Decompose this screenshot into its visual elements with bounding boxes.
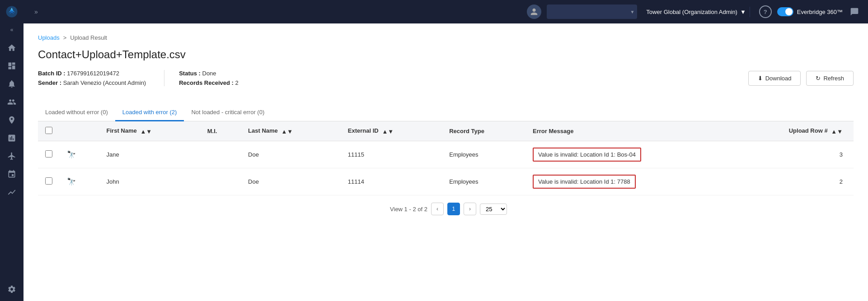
row2-icon-cell: 🔭 [60, 168, 99, 195]
row2-first-name: John [99, 168, 200, 195]
page-title: Contact+Upload+Template.csv [38, 48, 854, 61]
row1-external-id: 11115 [341, 141, 442, 168]
results-table: First Name ▲▼ M.I. Last Name ▲▼ External… [38, 121, 854, 195]
top-navbar: » ▼ Tower Global (Organization Admin) ▼ … [23, 0, 868, 23]
info-actions: ⬇ Download ↻ Refresh [748, 71, 854, 86]
sender-label: Sender : [38, 79, 61, 86]
row1-checkbox[interactable] [45, 150, 52, 157]
sidebar-item-settings[interactable] [4, 281, 20, 297]
sidebar-item-routes[interactable] [4, 148, 20, 164]
table-body: 🔭 Jane Doe 11115 Employees Value is inva… [38, 141, 854, 195]
col-header-checkbox [38, 121, 60, 141]
sender-value: Sarah Venezio (Account Admin) [63, 79, 146, 86]
sidebar-logo[interactable] [4, 4, 20, 20]
tab-critical-error[interactable]: Not loaded - critical error (0) [184, 104, 272, 121]
table-row: 🔭 Jane Doe 11115 Employees Value is inva… [38, 141, 854, 168]
info-left: Batch ID : 1767991612019472 Sender : Sar… [38, 70, 146, 86]
pagination-page-size-select[interactable]: 25 50 100 [480, 204, 507, 215]
tab-with-error[interactable]: Loaded with error (2) [115, 104, 184, 121]
col-header-error-message: Error Message [525, 121, 732, 141]
topnav-org-name: Tower Global (Organization Admin) [646, 9, 737, 15]
records-received-row: Records Received : 2 [179, 79, 239, 86]
batch-id-label: Batch ID : [38, 70, 66, 77]
breadcrumb-current: Upload Result [70, 34, 107, 41]
col-header-last-name[interactable]: Last Name ▲▼ [241, 121, 341, 141]
topnav-search-input[interactable] [547, 5, 637, 19]
row1-error-message: Value is invalid: Location Id 1: Bos-04 [533, 148, 641, 162]
row2-error-message: Value is invalid: Location Id 1: 7788 [533, 175, 636, 189]
table-row: 🔭 John Doe 11114 Employees Value is inva… [38, 168, 854, 195]
status-label: Status : [179, 70, 201, 77]
status-row: Status : Done [179, 70, 239, 77]
row1-record-type: Employees [442, 141, 525, 168]
row1-mi [200, 141, 241, 168]
pagination-page-1-button[interactable]: 1 [447, 203, 460, 215]
row1-last-name: Doe [241, 141, 341, 168]
row1-view-icon[interactable]: 🔭 [67, 151, 76, 158]
col-header-record-type: Record Type [442, 121, 525, 141]
row1-checkbox-cell [38, 141, 60, 168]
topnav-org-selector[interactable]: Tower Global (Organization Admin) ▼ [643, 7, 750, 17]
pagination-next-button[interactable]: › [464, 203, 476, 215]
upload-row-sort-icon: ▲▼ [831, 128, 843, 135]
row1-error-message-cell: Value is invalid: Location Id 1: Bos-04 [525, 141, 732, 168]
records-received-label: Records Received : [179, 79, 234, 86]
col-header-first-name[interactable]: First Name ▲▼ [99, 121, 200, 141]
sidebar-item-integrations[interactable] [4, 166, 20, 182]
breadcrumb: Uploads > Upload Result [38, 34, 854, 41]
tab-no-error[interactable]: Loaded without error (0) [38, 104, 115, 121]
row1-upload-row: 3 [732, 141, 854, 168]
sidebar-collapse-button[interactable]: « [4, 23, 20, 36]
sidebar-item-location[interactable] [4, 112, 20, 128]
topnav-search-chevron-icon: ▼ [630, 9, 634, 14]
refresh-button[interactable]: ↻ Refresh [806, 71, 854, 86]
topnav-help-button[interactable]: ? [759, 5, 772, 18]
topnav-toggle-label: Everbridge 360™ [797, 9, 843, 15]
row2-error-message-cell: Value is invalid: Location Id 1: 7788 [525, 168, 732, 195]
topnav-expand-button[interactable]: » [31, 6, 42, 17]
external-id-sort-icon: ▲▼ [382, 128, 394, 135]
batch-id-row: Batch ID : 1767991612019472 [38, 70, 146, 77]
row2-view-icon[interactable]: 🔭 [67, 178, 76, 185]
pagination-view-label: View 1 - 2 of 2 [390, 206, 427, 213]
topnav-search-wrap: ▼ [547, 5, 637, 19]
pagination-prev-button[interactable]: ‹ [431, 203, 444, 215]
col-header-icon [60, 121, 99, 141]
sidebar-item-dashboard[interactable] [4, 58, 20, 74]
row2-checkbox[interactable] [45, 177, 52, 185]
sidebar-item-reports[interactable] [4, 184, 20, 200]
batch-id-value: 1767991612019472 [67, 70, 119, 77]
col-header-external-id[interactable]: External ID ▲▼ [341, 121, 442, 141]
records-received-value: 2 [235, 79, 239, 86]
topnav-toggle-section: Everbridge 360™ [777, 7, 843, 16]
download-button[interactable]: ⬇ Download [748, 71, 801, 86]
row2-checkbox-cell [38, 168, 60, 195]
main-wrapper: » ▼ Tower Global (Organization Admin) ▼ … [23, 0, 868, 301]
refresh-icon: ↻ [816, 75, 821, 82]
row2-external-id: 11114 [341, 168, 442, 195]
sidebar-item-alerts[interactable] [4, 76, 20, 92]
col-header-upload-row[interactable]: Upload Row # ▲▼ [732, 121, 854, 141]
pagination: View 1 - 2 of 2 ‹ 1 › 25 50 100 [38, 195, 854, 222]
everbridge360-toggle[interactable] [777, 7, 793, 16]
row2-upload-row: 2 [732, 168, 854, 195]
sidebar-item-analytics[interactable] [4, 130, 20, 146]
table-container: First Name ▲▼ M.I. Last Name ▲▼ External… [38, 121, 854, 195]
download-icon: ⬇ [758, 75, 763, 82]
info-middle: Status : Done Records Received : 2 [164, 70, 239, 86]
info-section: Batch ID : 1767991612019472 Sender : Sar… [38, 70, 854, 93]
breadcrumb-uploads-link[interactable]: Uploads [38, 34, 60, 41]
refresh-label: Refresh [823, 75, 844, 82]
sidebar-item-home[interactable] [4, 40, 20, 56]
topnav-chat-icon[interactable] [848, 5, 861, 18]
topnav-org-chevron-icon: ▼ [740, 9, 746, 15]
main-content: Uploads > Upload Result Contact+Upload+T… [23, 23, 868, 301]
row1-icon-cell: 🔭 [60, 141, 99, 168]
sidebar-item-contacts[interactable] [4, 94, 20, 110]
select-all-checkbox[interactable] [45, 127, 52, 134]
row2-last-name: Doe [241, 168, 341, 195]
topnav-user-icon[interactable] [527, 5, 541, 19]
sidebar-nav [0, 40, 23, 281]
download-label: Download [765, 75, 792, 82]
last-name-sort-icon: ▲▼ [281, 128, 293, 135]
